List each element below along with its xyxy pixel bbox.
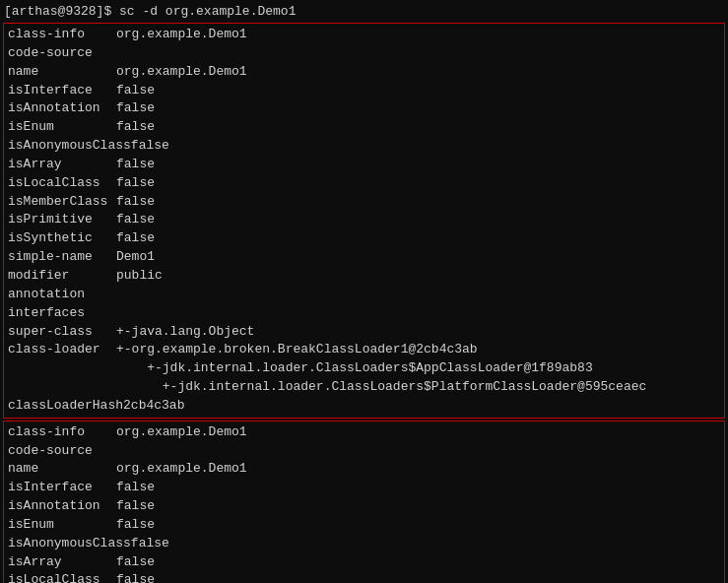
row-value: public (116, 267, 163, 286)
row-value: false (116, 479, 155, 497)
table-row: isEnumfalse (8, 118, 720, 137)
table-row: isAnnotationfalse (8, 497, 720, 516)
row-key: isSynthetic (8, 229, 116, 248)
row-value: false (116, 497, 155, 516)
table-row: interfaces (8, 304, 720, 323)
table-row: +-jdk.internal.loader.ClassLoaders$Platf… (8, 378, 720, 397)
table-row: modifierpublic (8, 267, 720, 286)
table-row: class-infoorg.example.Demo1 (8, 423, 720, 442)
row-value: org.example.Demo1 (116, 63, 247, 82)
row-key: isAnonymousClass (8, 535, 131, 553)
row-key: isAnonymousClass (8, 137, 131, 156)
row-value: false (116, 118, 155, 137)
row-value: false (131, 137, 169, 156)
table-row: isLocalClassfalse (8, 571, 720, 583)
table-row: isEnumfalse (8, 516, 720, 535)
table-row: isArrayfalse (8, 156, 720, 174)
row-key: code-source (8, 442, 116, 461)
row-key: code-source (8, 44, 116, 63)
row-key: classLoaderHash (8, 397, 123, 416)
row-value: false (116, 156, 155, 174)
table-row: isMemberClassfalse (8, 193, 720, 212)
row-key: modifier (8, 267, 116, 286)
table-row: super-class+-java.lang.Object (8, 323, 720, 342)
row-key: isArray (8, 553, 116, 572)
table-row: isAnonymousClassfalse (8, 535, 720, 553)
row-value: +-jdk.internal.loader.ClassLoaders$AppCl… (116, 359, 593, 378)
row-key: isArray (8, 156, 116, 174)
table-row: +-jdk.internal.loader.ClassLoaders$AppCl… (8, 359, 720, 378)
table-row: class-infoorg.example.Demo1 (8, 26, 720, 44)
row-value: 2cb4c3ab (123, 397, 184, 416)
table-row: code-source (8, 442, 720, 461)
table-row: isArrayfalse (8, 553, 720, 572)
table-row: code-source (8, 44, 720, 63)
table-row: simple-nameDemo1 (8, 248, 720, 267)
row-key: super-class (8, 323, 116, 342)
table-row: isPrimitivefalse (8, 211, 720, 229)
prompt-line: [arthas@9328]$ sc -d org.example.Demo1 (2, 4, 726, 19)
row-key: annotation (8, 286, 116, 304)
row-key (8, 359, 116, 378)
table-row: isSyntheticfalse (8, 229, 720, 248)
row-key: name (8, 63, 116, 82)
table-row: isAnonymousClassfalse (8, 137, 720, 156)
row-key: class-info (8, 423, 116, 442)
table-row: annotation (8, 286, 720, 304)
table-row: isInterfacefalse (8, 82, 720, 100)
row-value: org.example.Demo1 (116, 423, 247, 442)
row-value: false (116, 193, 155, 212)
block1: class-infoorg.example.Demo1code-sourcena… (3, 23, 725, 419)
prompt-text: [arthas@9328]$ sc -d org.example.Demo1 (4, 4, 296, 19)
row-key: isLocalClass (8, 571, 116, 583)
table-row: isInterfacefalse (8, 479, 720, 497)
table-row: isLocalClassfalse (8, 174, 720, 193)
table-row: nameorg.example.Demo1 (8, 460, 720, 479)
row-value: false (116, 99, 155, 118)
table-row: isAnnotationfalse (8, 99, 720, 118)
row-key: interfaces (8, 304, 116, 323)
row-value: false (116, 174, 155, 193)
row-value: org.example.Demo1 (116, 460, 247, 479)
row-key: isInterface (8, 82, 116, 100)
row-key: isInterface (8, 479, 116, 497)
row-key: isPrimitive (8, 211, 116, 229)
row-key (8, 378, 116, 397)
row-key: isAnnotation (8, 99, 116, 118)
table-row: classLoaderHash2cb4c3ab (8, 397, 720, 416)
row-key: isLocalClass (8, 174, 116, 193)
row-value: false (116, 82, 155, 100)
table-row: nameorg.example.Demo1 (8, 63, 720, 82)
row-value: +-jdk.internal.loader.ClassLoaders$Platf… (116, 378, 646, 397)
terminal: [arthas@9328]$ sc -d org.example.Demo1 c… (0, 0, 728, 583)
row-key: simple-name (8, 248, 116, 267)
table-row: class-loader+-org.example.broken.BreakCl… (8, 341, 720, 359)
block2: class-infoorg.example.Demo1code-sourcena… (3, 421, 725, 583)
row-value: false (116, 571, 155, 583)
row-value: false (116, 229, 155, 248)
row-key: class-info (8, 26, 116, 44)
row-value: +-java.lang.Object (116, 323, 254, 342)
row-key: isEnum (8, 516, 116, 535)
row-key: isMemberClass (8, 193, 116, 212)
row-value: false (131, 535, 169, 553)
row-value: org.example.Demo1 (116, 26, 247, 44)
row-key: isAnnotation (8, 497, 116, 516)
row-value: +-org.example.broken.BreakClassLoader1@2… (116, 341, 478, 359)
row-key: class-loader (8, 341, 116, 359)
row-value: false (116, 553, 155, 572)
row-value: false (116, 516, 155, 535)
row-value: Demo1 (116, 248, 155, 267)
row-key: name (8, 460, 116, 479)
row-key: isEnum (8, 118, 116, 137)
row-value: false (116, 211, 155, 229)
